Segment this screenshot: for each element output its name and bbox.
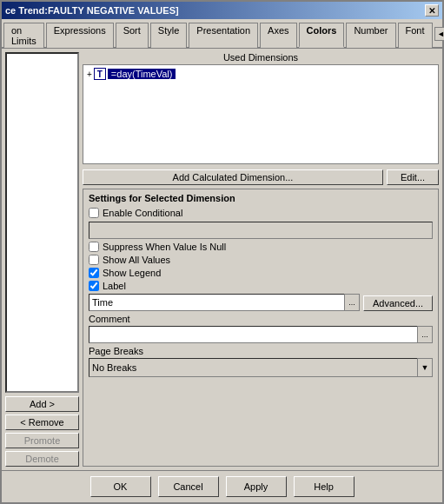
tab-font[interactable]: Font bbox=[398, 23, 433, 48]
dimension-item: + T =day(TimeVal) bbox=[85, 67, 436, 81]
remove-button[interactable]: < Remove bbox=[5, 414, 79, 430]
label-checkbox[interactable] bbox=[89, 281, 99, 291]
comment-section: Comment ... bbox=[89, 314, 433, 343]
show-all-label: Show All Values bbox=[103, 255, 170, 265]
advanced-button[interactable]: Advanced... bbox=[363, 295, 433, 311]
conditional-input[interactable] bbox=[89, 222, 433, 239]
label-input[interactable] bbox=[89, 294, 360, 311]
enable-conditional-row: Enable Conditional bbox=[89, 208, 433, 218]
used-dimensions-label: Used Dimensions bbox=[83, 52, 439, 63]
comment-input-wrap: ... bbox=[89, 326, 433, 343]
enable-conditional-label: Enable Conditional bbox=[103, 208, 182, 218]
expand-icon: + bbox=[87, 70, 92, 79]
tab-colors[interactable]: Colors bbox=[299, 23, 345, 48]
main-content: Add > < Remove Promote Demote Used Dimen… bbox=[2, 49, 442, 470]
window-title: ce Trend:FAULTY NEGATIVE VALUES] bbox=[5, 5, 179, 16]
show-legend-label: Show Legend bbox=[103, 268, 161, 278]
page-breaks-label: Page Breaks bbox=[89, 346, 433, 356]
comment-ellipsis-button[interactable]: ... bbox=[417, 326, 433, 343]
tab-nav-left[interactable]: ◄ bbox=[434, 27, 444, 41]
add-calculated-button[interactable]: Add Calculated Dimension... bbox=[83, 169, 383, 185]
title-bar: ce Trend:FAULTY NEGATIVE VALUES] ✕ bbox=[2, 2, 442, 19]
add-button[interactable]: Add > bbox=[5, 396, 79, 412]
tab-nav-arrows: ◄ ► bbox=[434, 22, 444, 47]
apply-button[interactable]: Apply bbox=[226, 476, 287, 497]
left-panel: Add > < Remove Promote Demote bbox=[5, 52, 79, 467]
dimension-buttons: Add Calculated Dimension... Edit... bbox=[83, 169, 439, 185]
label-input-wrap: ... bbox=[89, 294, 360, 311]
left-list-box[interactable] bbox=[5, 52, 79, 393]
used-dimensions-section: Used Dimensions + T =day(TimeVal) bbox=[83, 52, 439, 164]
suppress-null-row: Suppress When Value Is Null bbox=[89, 242, 433, 252]
suppress-null-label: Suppress When Value Is Null bbox=[103, 242, 226, 252]
settings-box: Settings for Selected Dimension Enable C… bbox=[83, 189, 439, 467]
used-dimensions-box[interactable]: + T =day(TimeVal) bbox=[83, 64, 439, 164]
show-all-row: Show All Values bbox=[89, 255, 433, 265]
page-breaks-select-wrap: No Breaks Page Break Before Page Break A… bbox=[89, 358, 433, 377]
tab-style[interactable]: Style bbox=[150, 23, 187, 48]
tab-presentation[interactable]: Presentation bbox=[189, 23, 258, 48]
type-icon: T bbox=[94, 68, 106, 80]
close-button[interactable]: ✕ bbox=[425, 4, 439, 17]
edit-button[interactable]: Edit... bbox=[387, 169, 439, 185]
page-breaks-section: Page Breaks No Breaks Page Break Before … bbox=[89, 346, 433, 377]
settings-title: Settings for Selected Dimension bbox=[89, 193, 433, 203]
demote-button[interactable]: Demote bbox=[5, 451, 79, 467]
tab-expressions[interactable]: Expressions bbox=[46, 23, 114, 48]
suppress-null-checkbox[interactable] bbox=[89, 242, 99, 252]
right-panel: Used Dimensions + T =day(TimeVal) Add Ca… bbox=[83, 52, 439, 467]
tab-on-limits[interactable]: on Limits bbox=[3, 23, 44, 48]
label-ellipsis-button[interactable]: ... bbox=[344, 294, 360, 311]
enable-conditional-checkbox[interactable] bbox=[89, 208, 99, 218]
label-checkbox-label: Label bbox=[103, 281, 126, 291]
left-buttons: Add > < Remove Promote Demote bbox=[5, 396, 79, 467]
tab-number[interactable]: Number bbox=[346, 23, 395, 48]
help-button[interactable]: Help bbox=[294, 476, 355, 497]
promote-button[interactable]: Promote bbox=[5, 433, 79, 448]
tab-sort[interactable]: Sort bbox=[116, 23, 149, 48]
ok-button[interactable]: OK bbox=[90, 476, 151, 497]
cancel-button[interactable]: Cancel bbox=[158, 476, 219, 497]
tab-axes[interactable]: Axes bbox=[260, 23, 296, 48]
main-window: ce Trend:FAULTY NEGATIVE VALUES] ✕ on Li… bbox=[0, 0, 444, 504]
show-legend-checkbox[interactable] bbox=[89, 268, 99, 278]
label-row: Label bbox=[89, 281, 433, 291]
comment-input[interactable] bbox=[89, 326, 433, 343]
show-legend-row: Show Legend bbox=[89, 268, 433, 278]
tab-bar: on Limits Expressions Sort Style Present… bbox=[2, 19, 442, 49]
dimension-value: =day(TimeVal) bbox=[108, 69, 176, 79]
page-breaks-select[interactable]: No Breaks Page Break Before Page Break A… bbox=[89, 358, 433, 377]
bottom-bar: OK Cancel Apply Help bbox=[2, 470, 442, 502]
show-all-checkbox[interactable] bbox=[89, 255, 99, 265]
comment-label: Comment bbox=[89, 314, 433, 324]
